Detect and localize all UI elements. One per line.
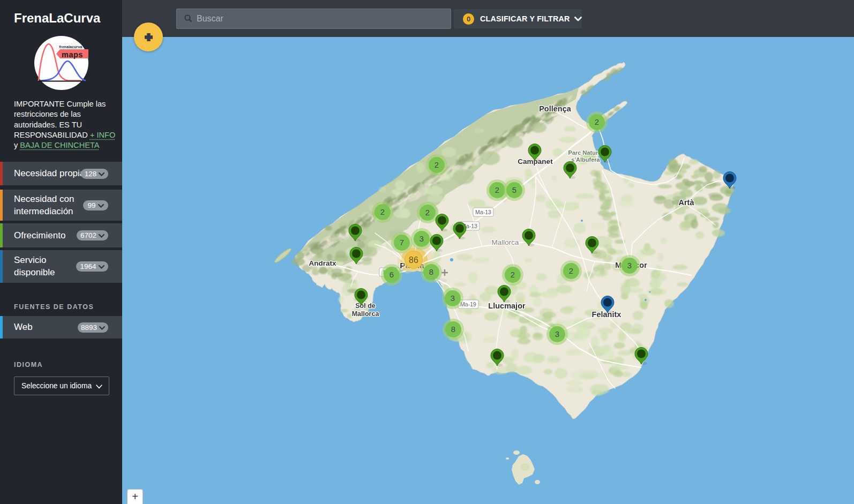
- svg-text:frenalacurva: frenalacurva: [59, 45, 83, 49]
- svg-text:Andratx: Andratx: [309, 259, 336, 267]
- svg-text:2: 2: [435, 160, 439, 169]
- svg-text:Llucmajor: Llucmajor: [488, 302, 526, 310]
- svg-text:Parc Natural: Parc Natural: [568, 149, 603, 156]
- svg-text:Ma-13: Ma-13: [475, 209, 491, 215]
- svg-text:3: 3: [419, 234, 424, 243]
- svg-text:2: 2: [495, 185, 499, 194]
- svg-text:Pollença: Pollença: [539, 104, 572, 113]
- svg-text:maps: maps: [62, 50, 83, 59]
- svg-text:3: 3: [555, 329, 559, 338]
- svg-text:8: 8: [429, 267, 433, 276]
- svg-text:s'Albufera: s'Albufera: [571, 156, 600, 163]
- svg-text:3: 3: [627, 261, 632, 270]
- svg-text:Mallorca: Mallorca: [352, 310, 380, 318]
- svg-text:7: 7: [400, 238, 404, 247]
- svg-text:2: 2: [380, 207, 385, 216]
- svg-text:Mallorca: Mallorca: [491, 238, 519, 246]
- svg-text:Artà: Artà: [678, 198, 694, 207]
- svg-text:86: 86: [409, 255, 418, 265]
- svg-text:2: 2: [595, 117, 599, 126]
- svg-text:8: 8: [451, 325, 455, 334]
- svg-text:5: 5: [512, 185, 516, 194]
- svg-text:6: 6: [389, 270, 394, 279]
- svg-text:2: 2: [425, 208, 430, 217]
- svg-text:3: 3: [451, 294, 455, 303]
- svg-text:Sol de: Sol de: [355, 302, 376, 310]
- svg-text:2: 2: [569, 266, 573, 275]
- svg-text:2: 2: [511, 270, 515, 279]
